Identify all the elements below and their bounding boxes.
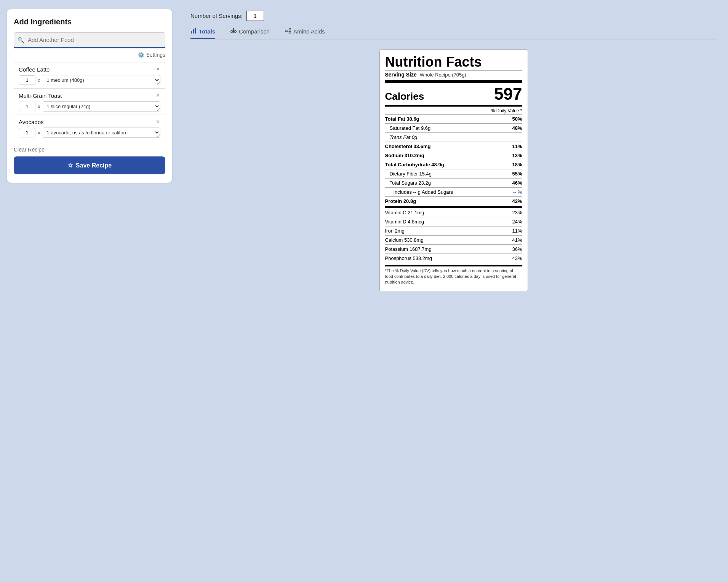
svg-point-6: [235, 31, 237, 33]
save-recipe-button[interactable]: ☆ Save Recipe: [14, 156, 165, 174]
star-icon: ☆: [67, 162, 73, 169]
food-item-header: Multi-Grain Toast ×: [19, 92, 160, 99]
gear-icon: ⚙️: [138, 52, 144, 58]
nf-row-fiber: Dietary Fiber 15.4g 55%: [385, 170, 522, 177]
nf-calories-value: 597: [494, 85, 522, 104]
tab-totals[interactable]: Totals: [190, 28, 215, 39]
svg-rect-4: [231, 30, 236, 30]
nf-title: Nutrition Facts: [385, 54, 522, 70]
nf-row-label: Total Sugars 23.2g: [390, 180, 431, 186]
nf-row-label: Iron 2mg: [385, 228, 405, 234]
nf-medium-divider: [385, 105, 522, 107]
nf-divider: [385, 70, 522, 71]
nf-row-value: 23%: [512, 210, 522, 215]
tab-amino-acids-label: Amino Acids: [293, 28, 325, 35]
nf-calories-label: Calories: [385, 91, 424, 102]
servings-row: Number of Servings:: [190, 11, 717, 21]
quantity-input[interactable]: [19, 75, 35, 85]
nf-row-vitc: Vitamin C 21.1mg 23%: [385, 209, 522, 216]
nf-row-label: Dietary Fiber 15.4g: [390, 171, 432, 177]
nf-row-vitd: Vitamin D 4.8mcg 24%: [385, 218, 522, 225]
servings-input[interactable]: [246, 11, 264, 21]
svg-point-9: [289, 32, 291, 33]
expand-icon[interactable]: ⤢: [157, 106, 161, 112]
nf-row-value: 55%: [512, 171, 522, 177]
nf-separator-thick: [385, 206, 522, 208]
x-label: x: [38, 77, 40, 83]
chart-icon: [190, 28, 197, 35]
nf-row-label: Sodium 310.2mg: [385, 153, 424, 158]
nf-row-value: 42%: [512, 198, 522, 204]
nf-row-sugars: Total Sugars 23.2g 46%: [385, 179, 522, 187]
food-name: Avocados: [19, 119, 44, 125]
nf-row-label: Vitamin D 4.8mcg: [385, 219, 424, 225]
settings-label: Settings: [146, 52, 165, 58]
nf-serving-size-value: Whole Recipe (705g): [420, 72, 466, 78]
nf-row-value: 11%: [512, 144, 522, 149]
food-name: Multi-Grain Toast: [19, 92, 62, 99]
food-name: Coffee Latte: [19, 66, 50, 73]
search-input[interactable]: [14, 32, 165, 47]
nf-row-label: Vitamin C 21.1mg: [385, 210, 424, 215]
nf-footer: *The % Daily Value (DV) tells you how mu…: [385, 265, 522, 285]
nf-row-value: 48%: [512, 125, 522, 131]
nf-row-potassium: Potassium 1687.7mg 36%: [385, 246, 522, 253]
servings-label: Number of Servings:: [190, 13, 243, 19]
food-item: Multi-Grain Toast × x 1 slice regular (2…: [14, 89, 165, 115]
quantity-input[interactable]: [19, 102, 35, 111]
card-title: Add Ingredients: [14, 18, 165, 26]
nutrition-facts-panel: Nutrition Facts Serving Size Whole Recip…: [379, 49, 528, 291]
save-recipe-label: Save Recipe: [76, 162, 112, 169]
search-underline: [14, 47, 165, 48]
food-item-close-button[interactable]: ×: [155, 92, 160, 99]
nf-row-label: Total Fat 38.6g: [385, 116, 419, 122]
food-item: Avocados × x 1 avocado, ns as to florida…: [14, 115, 165, 141]
nf-row-calcium: Calcium 530.8mg 41%: [385, 236, 522, 244]
nf-row-phosphorus: Phosphorus 538.2mg 43%: [385, 255, 522, 262]
svg-line-10: [287, 30, 289, 30]
food-item-header: Coffee Latte ×: [19, 66, 160, 73]
nf-row-total-fat: Total Fat 38.6g 50%: [385, 115, 522, 123]
nf-row-label: Calcium 530.8mg: [385, 237, 424, 243]
food-item-close-button[interactable]: ×: [155, 119, 160, 125]
tab-comparison[interactable]: Comparison: [230, 28, 270, 39]
food-item-close-button[interactable]: ×: [155, 66, 160, 72]
settings-button[interactable]: ⚙️ Settings: [138, 52, 165, 58]
nf-row-sat-fat: Saturated Fat 9.6g 48%: [385, 124, 522, 132]
food-item: Coffee Latte × x 1 medium (480g) 1 small…: [14, 62, 165, 89]
nf-dv-label: % Daily Value *: [385, 108, 522, 113]
quantity-input[interactable]: [19, 128, 35, 137]
nf-row-label: Phosphorus 538.2mg: [385, 255, 432, 261]
svg-point-8: [289, 29, 291, 30]
svg-rect-1: [193, 29, 194, 33]
expand-icon[interactable]: ⤢: [157, 80, 161, 86]
nf-row-added-sugars: Includes -- g Added Sugars -- %: [385, 188, 522, 196]
nf-row-total-carb: Total Carbohydrate 48.9g 18%: [385, 161, 522, 168]
expand-icon[interactable]: ⤢: [157, 132, 161, 139]
nf-calories-row: Calories 597: [385, 85, 522, 104]
clear-recipe-button[interactable]: Clear Recipe: [14, 147, 45, 153]
food-list: Coffee Latte × x 1 medium (480g) 1 small…: [14, 62, 165, 141]
svg-rect-0: [191, 31, 192, 33]
nf-row-label: Saturated Fat 9.6g: [390, 125, 431, 131]
nf-row-value: 13%: [512, 153, 522, 158]
nf-row-value: 24%: [512, 219, 522, 225]
nf-row-label: Includes -- g Added Sugars: [394, 189, 453, 195]
serving-select[interactable]: 1 avocado, ns as to florida or californ …: [43, 128, 161, 138]
settings-row: ⚙️ Settings: [14, 51, 165, 58]
tabs-row: Totals Comparison: [190, 28, 717, 40]
svg-rect-2: [195, 28, 196, 33]
nf-row-sodium: Sodium 310.2mg 13%: [385, 152, 522, 159]
serving-select[interactable]: 1 slice regular (24g) 1 slice thick (30g…: [43, 101, 161, 112]
x-label: x: [38, 130, 40, 136]
serving-select[interactable]: 1 medium (480g) 1 small (240g) 1 large (…: [43, 75, 161, 85]
nf-serving-size-label: Serving Size: [385, 72, 417, 78]
nf-row-value: 11%: [512, 228, 522, 234]
svg-line-11: [287, 31, 289, 32]
nf-row-trans-fat: Trans Fat 0g: [385, 134, 522, 141]
nf-row-value: 46%: [512, 180, 522, 186]
tab-amino-acids[interactable]: Amino Acids: [285, 28, 325, 39]
food-item-row: x 1 medium (480g) 1 small (240g) 1 large…: [19, 75, 160, 85]
nf-row-value: 36%: [512, 246, 522, 252]
nf-row-value: 43%: [512, 255, 522, 261]
